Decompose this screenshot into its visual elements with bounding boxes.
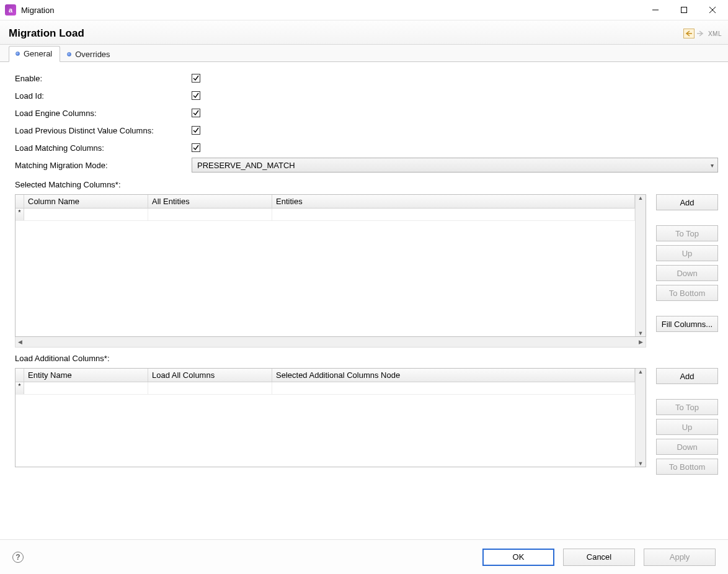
app-icon: a [5,4,16,16]
check-icon [193,110,199,116]
grid-col-header[interactable]: Load All Columns [148,369,272,382]
grid-vertical-scrollbar[interactable]: ▲ ▼ [635,369,646,467]
to-bottom-additional-button[interactable]: To Bottom [656,459,718,475]
load-matching-columns-label: Load Matching Columns: [15,143,192,153]
xml-label[interactable]: XML [708,30,722,37]
help-icon: ? [16,553,20,562]
check-icon [193,75,199,81]
apply-button[interactable]: Apply [644,549,716,566]
load-matching-columns-checkbox[interactable] [192,143,200,152]
scroll-left-icon: ◀ [18,339,22,345]
matching-mode-label: Matching Migration Mode: [15,161,192,170]
up-matching-button[interactable]: Up [656,245,718,261]
header-strip: Migration Load XML [0,20,728,45]
tab-label: Overrides [75,50,110,59]
chevron-down-icon: ▾ [711,162,714,169]
help-button[interactable]: ? [12,552,24,563]
tab-label: General [24,49,52,58]
window-title: Migration [21,6,54,15]
up-additional-button[interactable]: Up [656,419,718,435]
to-top-matching-button[interactable]: To Top [656,225,718,241]
down-additional-button[interactable]: Down [656,439,718,455]
enable-label: Enable: [15,74,192,83]
grid-rowhead-new: * [16,382,24,394]
nav-forward-button[interactable] [695,29,706,38]
maximize-button[interactable] [670,1,698,19]
grid-col-header[interactable]: Entities [272,195,635,208]
grid-col-header[interactable]: Column Name [24,195,148,208]
check-icon [193,92,199,99]
page-title: Migration Load [9,27,84,40]
load-additional-columns-label: Load Additional Columns*: [15,354,721,363]
minimize-icon [652,7,659,13]
grid-new-row[interactable]: * [16,382,635,395]
footer: ? OK Cancel Apply [0,539,728,574]
enable-checkbox[interactable] [192,74,200,83]
selected-matching-columns-label: Selected Matching Columns*: [15,180,721,189]
titlebar: a Migration [0,0,728,20]
close-button[interactable] [698,1,727,19]
matching-mode-select[interactable]: PRESERVE_AND_MATCH ▾ [192,158,718,173]
grid-col-header[interactable]: Entity Name [24,369,148,382]
matching-columns-grid[interactable]: Column Name All Entities Entities * ▲ [15,194,646,337]
grid-col-header[interactable]: All Entities [148,195,272,208]
grid-new-row[interactable]: * [16,209,635,221]
scroll-up-icon: ▲ [638,369,644,375]
select-value: PRESERVE_AND_MATCH [197,161,295,170]
main-content: Enable: Load Id: Load Engine Columns: Lo… [0,62,728,539]
add-matching-button[interactable]: Add [656,194,718,210]
load-prev-distinct-checkbox[interactable] [192,126,200,135]
check-icon [193,127,199,133]
grid-col-header[interactable]: Selected Additional Columns Node [272,369,635,382]
nav-back-button[interactable] [683,29,695,38]
tab-overrides[interactable]: Overrides [60,47,118,62]
tab-dot-icon [67,52,71,56]
to-bottom-matching-button[interactable]: To Bottom [656,285,718,301]
fill-columns-button[interactable]: Fill Columns... [656,316,718,332]
down-matching-button[interactable]: Down [656,265,718,281]
tabbar: General Overrides [0,45,728,62]
arrow-left-icon [685,30,693,37]
close-icon [709,7,716,13]
maximize-icon [681,7,687,13]
ok-button[interactable]: OK [482,549,554,566]
scroll-down-icon: ▼ [638,330,644,336]
scroll-up-icon: ▲ [638,195,644,201]
grid-horizontal-scrollbar[interactable]: ◀ ▶ [15,337,646,348]
load-prev-distinct-label: Load Previous Distinct Value Columns: [15,126,192,135]
scroll-down-icon: ▼ [638,460,644,467]
grid-vertical-scrollbar[interactable]: ▲ ▼ [635,195,646,336]
minimize-button[interactable] [641,1,670,19]
load-id-label: Load Id: [15,91,192,101]
add-additional-button[interactable]: Add [656,368,718,384]
tab-dot-icon [16,52,20,56]
arrow-right-icon [696,30,704,37]
load-engine-columns-checkbox[interactable] [192,109,200,117]
svg-rect-1 [681,7,687,13]
load-engine-columns-label: Load Engine Columns: [15,109,192,118]
check-icon [193,145,199,151]
tab-general[interactable]: General [9,46,60,62]
additional-columns-grid[interactable]: Entity Name Load All Columns Selected Ad… [15,368,646,467]
scroll-right-icon: ▶ [639,339,643,345]
to-top-additional-button[interactable]: To Top [656,399,718,415]
cancel-button[interactable]: Cancel [563,549,635,566]
grid-rowhead-new: * [16,209,24,220]
load-id-checkbox[interactable] [192,91,200,100]
